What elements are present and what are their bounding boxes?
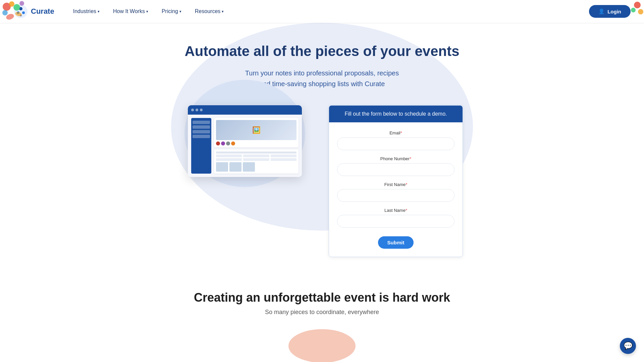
sidebar-item-4 — [193, 135, 210, 138]
window-dot-1 — [191, 109, 194, 111]
sidebar-item-2 — [193, 125, 210, 129]
logo-text: Curate — [31, 7, 54, 16]
nav-logo[interactable]: Curate — [13, 4, 54, 19]
cell — [243, 158, 269, 161]
cell — [216, 158, 242, 161]
hero-subtitle-line1: Turn your notes into professional propos… — [245, 69, 399, 77]
svg-point-11 — [20, 14, 22, 16]
app-main-content: 🖼️ — [214, 118, 299, 174]
cell — [271, 158, 297, 161]
required-star: * — [410, 156, 411, 161]
login-button[interactable]: 👤 Login — [589, 5, 631, 18]
sidebar-item-1 — [193, 121, 210, 124]
color-swatch-1 — [216, 141, 220, 145]
thumb-1 — [216, 162, 228, 172]
submit-button[interactable]: Submit — [378, 236, 414, 249]
hero-content: Automate all of the pieces of your event… — [13, 43, 631, 257]
nav-item-industries[interactable]: Industries ▾ — [68, 6, 105, 17]
sidebar-item-3 — [193, 130, 210, 133]
thumb-2 — [229, 162, 241, 172]
window-body: 🖼️ — [188, 115, 302, 177]
email-input[interactable] — [337, 137, 454, 150]
svg-point-0 — [3, 3, 11, 11]
form-body: Email* Phone Number* Fir — [329, 122, 463, 257]
required-star: * — [406, 182, 407, 187]
cell — [216, 155, 242, 157]
svg-point-10 — [22, 11, 25, 14]
form-header: Fill out the form below to schedule a de… — [329, 106, 463, 122]
login-label: Login — [607, 9, 621, 14]
svg-point-9 — [17, 11, 19, 14]
window-dot-3 — [200, 109, 203, 111]
nav-links: Industries ▾ How It Works ▾ Pricing ▾ Re… — [68, 6, 589, 17]
table-header — [216, 152, 297, 154]
bottom-subtitle: So many pieces to coordinate, everywhere — [13, 309, 631, 316]
svg-point-8 — [19, 7, 22, 10]
chat-widget-button[interactable]: 💬 — [620, 338, 636, 354]
thumbnail-row — [216, 162, 297, 172]
nav-label-pricing: Pricing — [162, 8, 178, 14]
phone-label: Phone Number* — [337, 156, 454, 161]
form-group-phone: Phone Number* — [337, 156, 454, 176]
email-label: Email* — [337, 130, 454, 135]
nav-label-resources: Resources — [195, 8, 220, 14]
bottom-title: Creating an unforgettable event is hard … — [13, 291, 631, 305]
svg-point-12 — [634, 2, 641, 8]
app-sidebar — [191, 118, 211, 174]
bottom-blob — [288, 329, 356, 362]
table-row-2 — [216, 158, 297, 161]
nav-label-how-it-works: How It Works — [113, 8, 145, 14]
hero-subtitle-line2: and time-saving shopping lists with Cura… — [259, 80, 385, 87]
nav-item-how-it-works[interactable]: How It Works ▾ — [108, 6, 154, 17]
cell — [271, 155, 297, 157]
bottom-section: Creating an unforgettable event is hard … — [0, 270, 644, 362]
color-swatch-3 — [226, 141, 230, 145]
color-swatch-2 — [221, 141, 225, 145]
chevron-down-icon: ▾ — [146, 9, 148, 14]
color-swatch-4 — [231, 141, 235, 145]
svg-point-14 — [638, 9, 643, 14]
chat-icon: 💬 — [624, 342, 633, 350]
nav-right: 👤 Login — [589, 5, 631, 18]
chevron-down-icon: ▾ — [222, 9, 224, 14]
mockup-table — [214, 149, 299, 174]
screenshot-window: 🖼️ — [188, 105, 302, 177]
hero-section: Automate all of the pieces of your event… — [0, 23, 644, 270]
chevron-down-icon: ▾ — [98, 9, 100, 14]
app-mockup: 🖼️ — [181, 105, 309, 177]
chevron-down-icon: ▾ — [179, 9, 181, 14]
lastname-input[interactable] — [337, 215, 454, 228]
lastname-label: Last Name* — [337, 208, 454, 213]
logo-icon — [13, 4, 28, 19]
firstname-input[interactable] — [337, 189, 454, 202]
nav-label-industries: Industries — [73, 8, 96, 14]
window-dot-2 — [196, 109, 198, 111]
hero-title: Automate all of the pieces of your event… — [13, 43, 631, 60]
user-icon: 👤 — [598, 8, 605, 14]
svg-point-13 — [631, 8, 636, 12]
nav-item-pricing[interactable]: Pricing ▾ — [156, 6, 187, 17]
mockup-image: 🖼️ — [216, 120, 297, 140]
form-group-lastname: Last Name* — [337, 208, 454, 228]
nav-item-resources[interactable]: Resources ▾ — [190, 6, 229, 17]
demo-form: Fill out the form below to schedule a de… — [329, 105, 463, 257]
required-star: * — [406, 208, 407, 213]
hero-subtitle: Turn your notes into professional propos… — [13, 68, 631, 89]
window-titlebar — [188, 105, 302, 115]
form-group-email: Email* — [337, 130, 454, 150]
firstname-label: First Name* — [337, 182, 454, 187]
hero-body: 🖼️ — [138, 105, 506, 257]
svg-point-3 — [2, 10, 8, 15]
thumb-3 — [243, 162, 255, 172]
color-swatches — [216, 141, 297, 145]
required-star: * — [400, 130, 402, 135]
form-group-firstname: First Name* — [337, 182, 454, 202]
mockup-card-top: 🖼️ — [214, 118, 299, 147]
table-row-1 — [216, 155, 297, 157]
phone-input[interactable] — [337, 163, 454, 176]
cell — [243, 155, 269, 157]
demo-form-wrapper: Fill out the form below to schedule a de… — [329, 105, 463, 257]
